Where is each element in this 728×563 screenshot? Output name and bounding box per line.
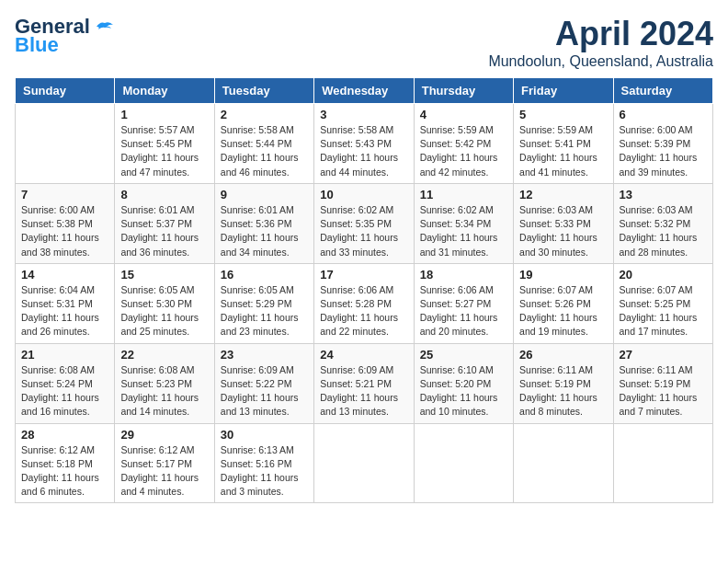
calendar-cell: 25Sunrise: 6:10 AM Sunset: 5:20 PM Dayli… bbox=[414, 343, 513, 423]
day-number: 1 bbox=[120, 108, 208, 121]
calendar-cell: 9Sunrise: 6:01 AM Sunset: 5:36 PM Daylig… bbox=[214, 183, 313, 263]
day-info: Sunrise: 6:11 AM Sunset: 5:19 PM Dayligh… bbox=[620, 363, 707, 419]
day-number: 30 bbox=[221, 428, 308, 442]
day-info: Sunrise: 5:59 AM Sunset: 5:41 PM Dayligh… bbox=[519, 123, 607, 179]
calendar-cell bbox=[414, 423, 513, 503]
day-info: Sunrise: 6:09 AM Sunset: 5:21 PM Dayligh… bbox=[320, 363, 407, 419]
calendar-cell: 2Sunrise: 5:58 AM Sunset: 5:44 PM Daylig… bbox=[214, 104, 313, 184]
header-day-thursday: Thursday bbox=[414, 78, 513, 104]
day-info: Sunrise: 6:06 AM Sunset: 5:28 PM Dayligh… bbox=[320, 283, 407, 339]
day-info: Sunrise: 5:58 AM Sunset: 5:43 PM Dayligh… bbox=[320, 123, 407, 179]
day-info: Sunrise: 6:00 AM Sunset: 5:39 PM Dayligh… bbox=[620, 123, 707, 179]
day-number: 3 bbox=[320, 108, 407, 121]
day-number: 18 bbox=[420, 268, 507, 282]
calendar-cell: 20Sunrise: 6:07 AM Sunset: 5:25 PM Dayli… bbox=[613, 263, 712, 343]
calendar-cell: 4Sunrise: 5:59 AM Sunset: 5:42 PM Daylig… bbox=[414, 104, 513, 184]
day-info: Sunrise: 6:07 AM Sunset: 5:26 PM Dayligh… bbox=[519, 283, 607, 339]
calendar-cell: 16Sunrise: 6:05 AM Sunset: 5:29 PM Dayli… bbox=[214, 263, 313, 343]
day-info: Sunrise: 6:08 AM Sunset: 5:24 PM Dayligh… bbox=[21, 363, 108, 419]
calendar-cell: 8Sunrise: 6:01 AM Sunset: 5:37 PM Daylig… bbox=[115, 183, 214, 263]
calendar-cell: 24Sunrise: 6:09 AM Sunset: 5:21 PM Dayli… bbox=[314, 343, 414, 423]
day-number: 27 bbox=[620, 348, 707, 362]
day-info: Sunrise: 6:02 AM Sunset: 5:35 PM Dayligh… bbox=[320, 203, 407, 259]
day-info: Sunrise: 5:57 AM Sunset: 5:45 PM Dayligh… bbox=[120, 123, 208, 179]
day-number: 19 bbox=[519, 268, 607, 282]
calendar-cell: 30Sunrise: 6:13 AM Sunset: 5:16 PM Dayli… bbox=[214, 423, 313, 503]
day-number: 7 bbox=[21, 188, 108, 201]
day-number: 13 bbox=[620, 188, 707, 201]
calendar-cell: 1Sunrise: 5:57 AM Sunset: 5:45 PM Daylig… bbox=[115, 104, 214, 184]
calendar-cell: 29Sunrise: 6:12 AM Sunset: 5:17 PM Dayli… bbox=[115, 423, 214, 503]
calendar-cell: 13Sunrise: 6:03 AM Sunset: 5:32 PM Dayli… bbox=[613, 183, 712, 263]
day-info: Sunrise: 6:01 AM Sunset: 5:37 PM Dayligh… bbox=[120, 203, 208, 259]
day-info: Sunrise: 5:58 AM Sunset: 5:44 PM Dayligh… bbox=[221, 123, 308, 179]
day-number: 14 bbox=[21, 268, 108, 282]
week-row-3: 14Sunrise: 6:04 AM Sunset: 5:31 PM Dayli… bbox=[16, 263, 713, 343]
week-row-4: 21Sunrise: 6:08 AM Sunset: 5:24 PM Dayli… bbox=[16, 343, 713, 423]
calendar-cell: 10Sunrise: 6:02 AM Sunset: 5:35 PM Dayli… bbox=[314, 183, 414, 263]
day-number: 9 bbox=[221, 188, 308, 201]
calendar-cell: 27Sunrise: 6:11 AM Sunset: 5:19 PM Dayli… bbox=[613, 343, 712, 423]
week-row-5: 28Sunrise: 6:12 AM Sunset: 5:18 PM Dayli… bbox=[16, 423, 713, 503]
header-row: SundayMondayTuesdayWednesdayThursdayFrid… bbox=[16, 78, 713, 104]
calendar-cell: 11Sunrise: 6:02 AM Sunset: 5:34 PM Dayli… bbox=[414, 183, 513, 263]
day-number: 4 bbox=[420, 108, 507, 121]
calendar-cell bbox=[16, 104, 115, 184]
day-number: 28 bbox=[21, 428, 108, 442]
calendar-cell bbox=[514, 423, 613, 503]
day-number: 11 bbox=[420, 188, 507, 201]
day-info: Sunrise: 6:03 AM Sunset: 5:33 PM Dayligh… bbox=[519, 203, 607, 259]
calendar-cell: 12Sunrise: 6:03 AM Sunset: 5:33 PM Dayli… bbox=[514, 183, 613, 263]
day-number: 12 bbox=[519, 188, 607, 201]
day-info: Sunrise: 6:12 AM Sunset: 5:18 PM Dayligh… bbox=[21, 443, 108, 500]
calendar-cell: 3Sunrise: 5:58 AM Sunset: 5:43 PM Daylig… bbox=[314, 104, 414, 184]
month-title: April 2024 bbox=[488, 15, 713, 53]
header-day-saturday: Saturday bbox=[613, 78, 712, 104]
header-day-monday: Monday bbox=[115, 78, 214, 104]
week-row-1: 1Sunrise: 5:57 AM Sunset: 5:45 PM Daylig… bbox=[16, 104, 713, 184]
calendar-cell: 14Sunrise: 6:04 AM Sunset: 5:31 PM Dayli… bbox=[16, 263, 115, 343]
calendar-cell: 26Sunrise: 6:11 AM Sunset: 5:19 PM Dayli… bbox=[514, 343, 613, 423]
day-number: 15 bbox=[120, 268, 208, 282]
day-info: Sunrise: 6:06 AM Sunset: 5:27 PM Dayligh… bbox=[420, 283, 507, 339]
day-number: 24 bbox=[320, 348, 407, 362]
day-info: Sunrise: 6:05 AM Sunset: 5:30 PM Dayligh… bbox=[120, 283, 208, 339]
calendar-cell: 21Sunrise: 6:08 AM Sunset: 5:24 PM Dayli… bbox=[16, 343, 115, 423]
day-number: 22 bbox=[120, 348, 208, 362]
page-header: General Blue April 2024 Mundoolun, Queen… bbox=[15, 15, 713, 70]
day-number: 29 bbox=[120, 428, 208, 442]
logo-blue: Blue bbox=[15, 33, 59, 57]
day-info: Sunrise: 6:10 AM Sunset: 5:20 PM Dayligh… bbox=[420, 363, 507, 419]
location: Mundoolun, Queensland, Australia bbox=[488, 53, 713, 70]
calendar-cell: 17Sunrise: 6:06 AM Sunset: 5:28 PM Dayli… bbox=[314, 263, 414, 343]
day-number: 10 bbox=[320, 188, 407, 201]
day-number: 23 bbox=[221, 348, 308, 362]
header-day-tuesday: Tuesday bbox=[214, 78, 313, 104]
day-info: Sunrise: 6:08 AM Sunset: 5:23 PM Dayligh… bbox=[120, 363, 208, 419]
title-section: April 2024 Mundoolun, Queensland, Austra… bbox=[488, 15, 713, 70]
day-info: Sunrise: 6:13 AM Sunset: 5:16 PM Dayligh… bbox=[221, 443, 308, 500]
day-number: 26 bbox=[519, 348, 607, 362]
logo-bird-icon bbox=[95, 19, 115, 34]
day-number: 16 bbox=[221, 268, 308, 282]
calendar-cell bbox=[314, 423, 414, 503]
calendar-header: SundayMondayTuesdayWednesdayThursdayFrid… bbox=[16, 78, 713, 104]
day-info: Sunrise: 6:05 AM Sunset: 5:29 PM Dayligh… bbox=[221, 283, 308, 339]
day-info: Sunrise: 5:59 AM Sunset: 5:42 PM Dayligh… bbox=[420, 123, 507, 179]
header-day-sunday: Sunday bbox=[16, 78, 115, 104]
logo: General Blue bbox=[15, 15, 115, 57]
day-number: 8 bbox=[120, 188, 208, 201]
calendar-cell: 28Sunrise: 6:12 AM Sunset: 5:18 PM Dayli… bbox=[16, 423, 115, 503]
header-day-friday: Friday bbox=[514, 78, 613, 104]
day-info: Sunrise: 6:12 AM Sunset: 5:17 PM Dayligh… bbox=[120, 443, 208, 500]
day-info: Sunrise: 6:03 AM Sunset: 5:32 PM Dayligh… bbox=[620, 203, 707, 259]
day-number: 5 bbox=[519, 108, 607, 121]
day-info: Sunrise: 6:02 AM Sunset: 5:34 PM Dayligh… bbox=[420, 203, 507, 259]
calendar-cell: 6Sunrise: 6:00 AM Sunset: 5:39 PM Daylig… bbox=[613, 104, 712, 184]
day-number: 21 bbox=[21, 348, 108, 362]
day-number: 6 bbox=[620, 108, 707, 121]
day-info: Sunrise: 6:00 AM Sunset: 5:38 PM Dayligh… bbox=[21, 203, 108, 259]
day-info: Sunrise: 6:09 AM Sunset: 5:22 PM Dayligh… bbox=[221, 363, 308, 419]
week-row-2: 7Sunrise: 6:00 AM Sunset: 5:38 PM Daylig… bbox=[16, 183, 713, 263]
day-number: 25 bbox=[420, 348, 507, 362]
